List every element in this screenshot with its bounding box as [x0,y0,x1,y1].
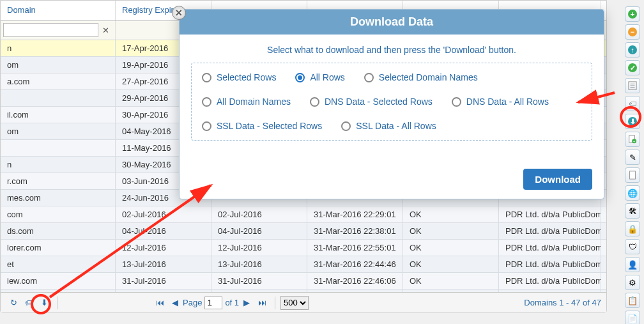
cell-domain: et [1,256,116,272]
add-button[interactable]: + [625,6,640,22]
radio-icon[interactable] [452,97,461,107]
radio-icon[interactable] [364,73,374,82]
cell-reg: PDR Ltd. d/b/a PublicDom [499,273,601,289]
page-of-label: of 1 [225,298,239,307]
cell-reg: PDR Ltd. d/b/a PublicDom [499,206,601,222]
misc1-button[interactable]: ⚙ [625,275,640,290]
prev-page-icon[interactable]: ◀ [169,297,181,309]
page-label: Page [183,298,202,307]
cell-sync: 31-Mar-2016 22:38:01 [307,223,403,239]
cell-reg: PDR Ltd. d/b/a PublicDom [499,240,601,256]
tag-button[interactable]: 🏷 [625,96,640,111]
radio-icon[interactable] [295,73,305,82]
close-icon[interactable]: ✕ [172,6,186,20]
radio-icon[interactable] [202,73,211,82]
cell-stat: OK [403,256,499,272]
cell-sync: 31-Mar-2016 22:55:01 [307,240,403,256]
radio-icon[interactable] [341,121,351,131]
download-button[interactable]: Download [523,169,592,190]
page-input[interactable] [204,297,222,309]
table-row[interactable]: com02-Jul-201602-Jul-201631-Mar-2016 22:… [1,206,606,223]
cell-expiry: 04-Jul-2016 [116,223,211,239]
cell-domain: com [1,206,116,222]
doc-button[interactable] [625,167,640,183]
cell-reg: PDR Ltd. d/b/a PublicDom [499,223,601,239]
next-page-icon[interactable]: ▶ [240,297,253,309]
table-row[interactable]: iew.com31-Jul-201631-Jul-201631-Mar-2016… [1,273,606,289]
sync-up-button[interactable]: ↑ [625,42,640,58]
add-doc-button[interactable]: + [625,132,640,147]
cell-stat: OK [403,206,499,222]
pager-status: Domains 1 - 47 of 47 [524,298,601,307]
cell-domain: iew.com [1,273,116,289]
download-option[interactable]: Selected Domain Names [364,72,478,82]
download-option[interactable]: SSL Data - All Rows [341,121,436,131]
remove-button[interactable]: − [625,24,640,40]
misc3-button[interactable]: 📄 [625,311,640,324]
cell-domain: r.com [1,173,116,189]
first-page-icon[interactable]: ⏮ [153,297,166,309]
download-option[interactable]: DNS Data - All Rows [452,96,549,107]
cell-stat: OK [403,240,499,256]
download-option[interactable]: All Domain Names [202,96,291,107]
download-button[interactable]: ⬇ [625,114,640,129]
cell-c: 31-Jul-2016 [211,273,307,289]
download-option[interactable]: All Rows [295,72,344,82]
globe-button[interactable]: 🌐 [625,185,640,201]
modal-subtitle: Select what to download and then press t… [180,35,604,63]
cell-sync: 31-Mar-2016 22:44:46 [307,256,403,272]
lock-button[interactable]: 🔒 [625,221,640,236]
cell-sync: 31-Mar-2016 22:29:01 [307,206,403,222]
cell-domain: ds.com [1,223,116,239]
table-row[interactable]: lorer.com12-Jul-201612-Jul-201631-Mar-20… [1,240,606,256]
cell-expiry: 02-Jul-2016 [116,206,211,222]
radio-icon[interactable] [202,121,211,131]
option-label: SSL Data - Selected Rows [217,121,322,131]
cell-domain [1,140,116,156]
tools-button[interactable]: 🛠 [625,203,640,219]
domain-filter-input[interactable] [3,23,98,37]
options-frame: Selected RowsAll RowsSelected Domain Nam… [191,63,592,141]
cell-domain: lorer.com [1,240,116,256]
radio-icon[interactable] [310,97,319,107]
cell-stat: OK [403,273,499,289]
download-icon[interactable]: ⬇ [38,297,50,309]
download-option[interactable]: Selected Rows [202,72,276,82]
table-row[interactable]: et13-Jul-201613-Jul-201631-Mar-2016 22:4… [1,256,606,273]
cell-domain: n [1,157,116,173]
shield-button[interactable]: 🛡 [625,239,640,254]
modal-title: Download Data [180,10,604,35]
download-option[interactable]: DNS Data - Selected Rows [310,96,433,107]
edit-button[interactable]: ✎ [625,150,640,165]
list-button[interactable] [625,78,640,93]
col-header-domain[interactable]: Domain [1,1,116,20]
svg-rect-7 [630,171,636,179]
cell-c: 02-Jul-2016 [211,206,307,222]
option-label: All Rows [310,72,344,82]
option-label: DNS Data - Selected Rows [325,96,433,107]
confirm-button[interactable]: ✓ [625,60,640,75]
last-page-icon[interactable]: ⏭ [256,297,268,309]
svg-text:+: + [633,139,636,143]
cell-domain: mes.com [1,190,116,206]
radio-icon[interactable] [202,97,211,107]
option-label: DNS Data - All Rows [466,96,549,107]
tag-icon[interactable]: 🏷 [22,297,35,309]
download-option[interactable]: SSL Data - Selected Rows [202,121,322,131]
misc2-button[interactable]: 📋 [625,293,640,308]
user-button[interactable]: 👤 [625,257,640,272]
pager: ↻ 🏷 ⬇ ⏮ ◀ Page of 1 ▶ ⏭ 500 Domains 1 - … [1,292,606,312]
refresh-icon[interactable]: ↻ [7,297,20,309]
cell-stat: OK [403,223,499,239]
option-label: Selected Domain Names [379,72,478,82]
cell-domain: om [1,57,116,73]
cell-domain [1,90,116,106]
table-row[interactable]: ds.com04-Jul-201604-Jul-201631-Mar-2016 … [1,223,606,240]
clear-filter-icon[interactable]: ✕ [101,26,111,36]
cell-domain: il.com [1,107,116,123]
cell-expiry: 12-Jul-2016 [116,240,211,256]
option-label: SSL Data - All Rows [356,121,436,131]
cell-c: 04-Jul-2016 [211,223,307,239]
side-toolbar: + − ↑ ✓ 🏷 ⬇ + ✎ 🌐 🛠 🔒 🛡 👤 ⚙ 📋 📄 🔍 [625,6,643,324]
page-size-select[interactable]: 500 [280,296,309,310]
